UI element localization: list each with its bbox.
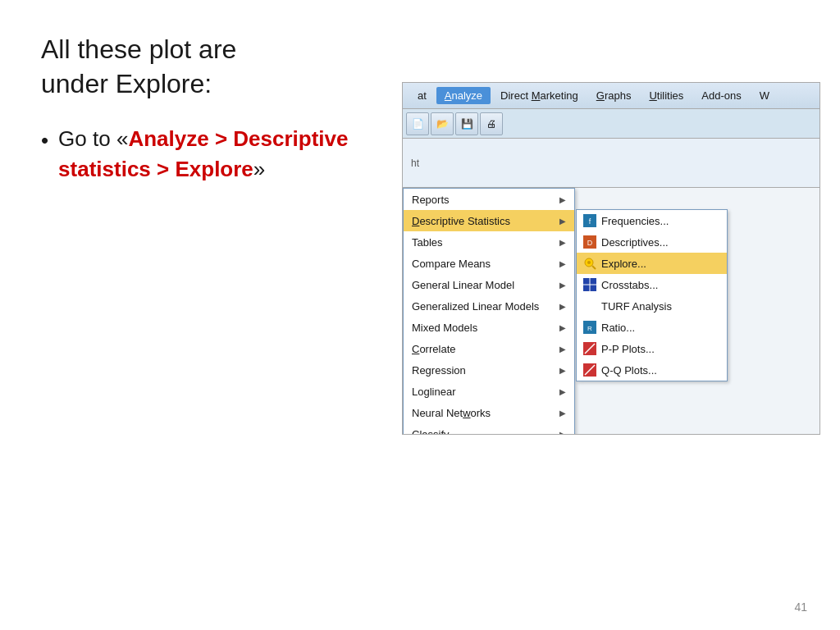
explore-icon bbox=[583, 257, 596, 270]
dropdown-wrapper: Reports ▶ Descriptive Statistics ▶ Table… bbox=[403, 188, 819, 435]
menu-pp-plots[interactable]: P-P Plots... bbox=[577, 338, 727, 359]
menu-descriptive-statistics[interactable]: Descriptive Statistics ▶ bbox=[404, 210, 574, 231]
svg-text:D: D bbox=[587, 239, 593, 247]
qq-icon bbox=[583, 363, 596, 377]
content-area: ht bbox=[403, 139, 819, 188]
dropdown-level-2: f Frequencies... D Descriptives... bbox=[576, 209, 728, 381]
pp-icon bbox=[583, 342, 596, 355]
ratio-icon: R bbox=[583, 321, 596, 334]
ht-label: ht bbox=[411, 158, 419, 169]
toolbar-btn-2[interactable]: 📂 bbox=[431, 112, 454, 135]
menu-neural-networks[interactable]: Neural Networks ▶ bbox=[404, 402, 574, 423]
toolbar-btn-1[interactable]: 📄 bbox=[406, 112, 429, 135]
menu-reports[interactable]: Reports ▶ bbox=[404, 189, 574, 210]
menu-frequencies[interactable]: f Frequencies... bbox=[577, 210, 727, 231]
main-title: All these plot are under Explore: bbox=[41, 33, 361, 101]
arrow-icon: ▶ bbox=[559, 281, 566, 290]
bullet-list: • Go to «Analyze > Descriptive statistic… bbox=[41, 124, 361, 184]
toolbar: 📄 📂 💾 🖨 bbox=[403, 109, 819, 139]
menu-qq-plots[interactable]: Q-Q Plots... bbox=[577, 359, 727, 381]
toolbar-btn-3[interactable]: 💾 bbox=[455, 112, 478, 135]
menu-crosstabs[interactable]: Crosstabs... bbox=[577, 274, 727, 295]
bullet-text: Go to «Analyze > Descriptive statistics … bbox=[58, 124, 361, 184]
arrow-icon: ▶ bbox=[559, 409, 566, 418]
menu-item-addons[interactable]: Add-ons bbox=[693, 87, 749, 104]
arrow-icon: ▶ bbox=[559, 302, 566, 311]
crosstabs-icon bbox=[583, 278, 596, 291]
frequencies-icon: f bbox=[583, 214, 596, 227]
menu-generalized-linear-models[interactable]: Generalized Linear Models ▶ bbox=[404, 295, 574, 317]
menu-turf[interactable]: TURF Analysis bbox=[577, 295, 727, 317]
menu-compare-means[interactable]: Compare Means ▶ bbox=[404, 253, 574, 274]
bullet-dot: • bbox=[41, 126, 48, 155]
menu-explore[interactable]: Explore... bbox=[577, 253, 727, 274]
screenshot-area: at Analyze Direct Marketing Graphs Utili… bbox=[402, 82, 820, 435]
menu-item-direct-marketing[interactable]: Direct Marketing bbox=[492, 87, 587, 104]
svg-point-5 bbox=[587, 261, 591, 264]
page-number: 41 bbox=[794, 600, 807, 614]
bullet-item-1: • Go to «Analyze > Descriptive statistic… bbox=[41, 124, 361, 184]
descriptives-icon: D bbox=[583, 235, 596, 249]
arrow-icon: ▶ bbox=[559, 345, 566, 354]
svg-line-6 bbox=[592, 266, 596, 269]
arrow-icon: ▶ bbox=[559, 430, 566, 436]
menu-item-graphs[interactable]: Graphs bbox=[588, 87, 640, 104]
left-panel: All these plot are under Explore: • Go t… bbox=[41, 33, 361, 184]
svg-text:R: R bbox=[587, 325, 592, 332]
arrow-icon: ▶ bbox=[559, 259, 566, 268]
menu-item-utilities[interactable]: Utilities bbox=[641, 87, 692, 104]
turf-icon bbox=[583, 299, 596, 313]
menu-tables[interactable]: Tables ▶ bbox=[404, 231, 574, 253]
arrow-icon: ▶ bbox=[559, 217, 566, 226]
menu-item-w: W bbox=[751, 87, 778, 104]
arrow-icon: ▶ bbox=[559, 323, 566, 332]
menu-item-analyze[interactable]: Analyze bbox=[436, 87, 491, 104]
menu-item-at: at bbox=[409, 87, 435, 104]
arrow-icon: ▶ bbox=[559, 195, 566, 204]
menu-descriptives[interactable]: D Descriptives... bbox=[577, 231, 727, 253]
toolbar-btn-4[interactable]: 🖨 bbox=[480, 112, 503, 135]
arrow-icon: ▶ bbox=[559, 387, 566, 396]
menu-loglinear[interactable]: Loglinear ▶ bbox=[404, 381, 574, 402]
menu-mixed-models[interactable]: Mixed Models ▶ bbox=[404, 317, 574, 338]
menu-ratio[interactable]: R Ratio... bbox=[577, 317, 727, 338]
menu-regression[interactable]: Regression ▶ bbox=[404, 359, 574, 381]
menu-correlate[interactable]: Correlate ▶ bbox=[404, 338, 574, 359]
arrow-icon: ▶ bbox=[559, 366, 566, 375]
arrow-icon: ▶ bbox=[559, 238, 566, 247]
menu-classify[interactable]: Classify ▶ bbox=[404, 423, 574, 435]
dropdown-level-1: Reports ▶ Descriptive Statistics ▶ Table… bbox=[403, 188, 575, 435]
dropdown-area: Reports ▶ Descriptive Statistics ▶ Table… bbox=[403, 188, 819, 435]
menu-bar: at Analyze Direct Marketing Graphs Utili… bbox=[403, 83, 819, 109]
menu-general-linear-model[interactable]: General Linear Model ▶ bbox=[404, 274, 574, 295]
